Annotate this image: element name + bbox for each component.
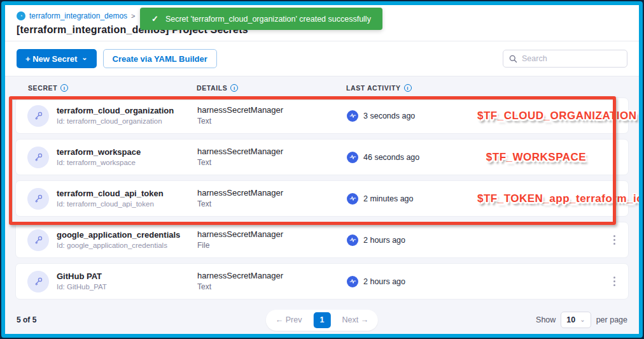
chevron-down-icon: ⌄ <box>81 54 87 62</box>
secret-id: Id: GitHub_PAT <box>57 282 107 292</box>
new-secret-button[interactable]: + New Secret ⌄ <box>17 49 97 68</box>
env-var-annotation: $TF_TOKEN_app_terraform_io <box>477 192 643 205</box>
prev-page-button[interactable]: ← Prev <box>270 314 307 326</box>
last-activity-text: 2 hours ago <box>363 236 405 245</box>
row-menu-button[interactable] <box>600 273 628 290</box>
page-number-button[interactable]: 1 <box>314 312 331 328</box>
page-header: ◔ terraform_integration_demos > [terrafo… <box>5 5 639 41</box>
info-icon[interactable]: i <box>404 84 412 92</box>
row-menu-button[interactable] <box>600 231 628 249</box>
table-row[interactable]: terraform_workspace Id: terraform_worksp… <box>15 139 629 175</box>
search-box[interactable] <box>503 50 627 68</box>
column-header-last-activity[interactable]: LAST ACTIVITYi <box>346 84 477 92</box>
key-icon <box>27 147 49 168</box>
secret-id: Id: google_application_credentials <box>57 241 180 251</box>
page-size-control: Show 10 ⌄ per page <box>536 312 627 328</box>
table-header-row: SECRETi DETAILSi LAST ACTIVITYi <box>15 76 629 97</box>
breadcrumb-separator: > <box>131 12 135 20</box>
secret-manager: harnessSecretManager <box>197 270 347 282</box>
last-activity-text: 3 seconds ago <box>363 112 415 120</box>
secret-name: GitHub PAT <box>57 271 107 282</box>
secret-type: Text <box>197 116 347 127</box>
key-icon <box>27 229 49 251</box>
secret-type: Text <box>197 199 347 210</box>
secret-name: google_application_credentials <box>57 229 180 241</box>
activity-icon <box>347 234 358 246</box>
secret-id: Id: terraform_cloud_organization <box>57 117 174 127</box>
search-icon <box>509 55 517 63</box>
secret-name: terraform_cloud_organization <box>57 105 174 117</box>
activity-icon <box>347 152 358 163</box>
new-secret-label: + New Secret <box>25 54 77 64</box>
activity-icon <box>347 193 358 205</box>
key-icon <box>27 188 49 210</box>
secret-manager: harnessSecretManager <box>197 105 347 116</box>
secret-manager: harnessSecretManager <box>197 229 347 240</box>
column-header-secret[interactable]: SECRETi <box>15 84 197 92</box>
env-var-annotation: $TF_WORKSPACE <box>486 151 586 163</box>
table-row[interactable]: google_application_credentials Id: googl… <box>15 222 629 258</box>
env-var-annotation: $TF_CLOUD_ORGANIZATION <box>477 110 637 122</box>
per-page-label: per page <box>596 315 627 324</box>
app-window: ◔ terraform_integration_demos > [terrafo… <box>1 1 643 338</box>
table-footer: 5 of 5 ← Prev 1 Next → Show 10 ⌄ per pag… <box>15 305 629 328</box>
key-icon <box>27 271 49 292</box>
activity-icon <box>347 110 358 122</box>
secrets-table: SECRETi DETAILSi LAST ACTIVITYi terrafor… <box>5 76 639 338</box>
toast-message: Secret 'terraform_cloud_organization' cr… <box>165 15 371 24</box>
create-yaml-button[interactable]: Create via YAML Builder <box>103 49 217 68</box>
info-icon[interactable]: i <box>230 84 238 92</box>
activity-icon <box>347 276 358 287</box>
info-icon[interactable]: i <box>60 84 68 92</box>
secret-type: File <box>197 240 347 251</box>
table-row[interactable]: terraform_cloud_organization Id: terrafo… <box>15 97 629 134</box>
key-icon <box>27 105 49 127</box>
secret-id: Id: terraform_workspace <box>57 158 141 168</box>
row-count: 5 of 5 <box>17 315 36 324</box>
secret-id: Id: terraform_cloud_api_token <box>57 199 164 210</box>
show-label: Show <box>536 315 556 324</box>
secret-type: Text <box>197 282 347 292</box>
pagination: ← Prev 1 Next → <box>266 310 378 331</box>
secret-manager: harnessSecretManager <box>197 146 347 157</box>
chevron-down-icon: ⌄ <box>580 316 585 323</box>
success-toast[interactable]: ✓ Secret 'terraform_cloud_organization' … <box>140 8 382 30</box>
secret-name: terraform_cloud_api_token <box>57 188 164 199</box>
check-icon: ✓ <box>151 14 158 24</box>
toolbar: + New Secret ⌄ Create via YAML Builder <box>5 41 639 76</box>
page-size-select[interactable]: 10 ⌄ <box>561 312 591 328</box>
last-activity-text: 2 minutes ago <box>363 194 414 203</box>
table-row[interactable]: GitHub PAT Id: GitHub_PAT harnessSecretM… <box>15 263 629 299</box>
row-menu-button[interactable] <box>600 148 628 166</box>
table-row[interactable]: terraform_cloud_api_token Id: terraform_… <box>15 180 629 217</box>
last-activity-text: 2 hours ago <box>363 277 405 286</box>
search-input[interactable] <box>522 54 621 63</box>
last-activity-text: 46 seconds ago <box>363 153 419 162</box>
breadcrumb-project-link[interactable]: terraform_integration_demos <box>29 11 127 20</box>
secret-manager: harnessSecretManager <box>197 187 347 199</box>
secret-name: terraform_workspace <box>57 147 141 158</box>
next-page-button[interactable]: Next → <box>337 314 374 326</box>
project-icon: ◔ <box>17 11 25 20</box>
column-header-details[interactable]: DETAILSi <box>197 84 346 92</box>
row-menu-button[interactable] <box>642 107 643 124</box>
secret-type: Text <box>197 157 347 168</box>
